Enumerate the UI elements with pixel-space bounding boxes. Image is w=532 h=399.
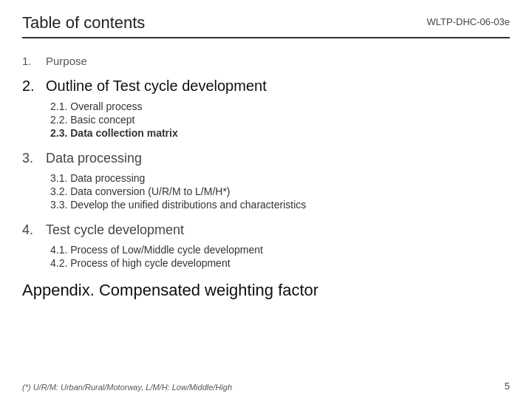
- sub-item-4-1: 4.1. Process of Low/Middle cycle develop…: [50, 244, 510, 256]
- doc-id: WLTP-DHC-06-03e: [427, 13, 510, 27]
- section-3-subitems: 3.1. Data processing 3.2. Data conversio…: [50, 172, 510, 211]
- appendix-label: Appendix.: [22, 281, 95, 299]
- sub-item-3-1: 3.1. Data processing: [50, 172, 510, 184]
- sub-item-3-2: 3.2. Data conversion (U/R/M to L/M/H*): [50, 185, 510, 197]
- sub-item-2-3: 2.3. Data collection matrix: [50, 127, 510, 139]
- section-1-label: Purpose: [46, 55, 87, 67]
- header: Table of contents WLTP-DHC-06-03e: [22, 13, 510, 38]
- appendix-text: Compensated weighting factor: [99, 281, 318, 299]
- slide-title: Table of contents: [22, 13, 145, 33]
- slide: Table of contents WLTP-DHC-06-03e 1. Pur…: [0, 0, 532, 399]
- section-1: 1. Purpose: [22, 52, 510, 67]
- section-2-label: Outline of Test cycle development: [46, 78, 267, 95]
- section-1-num: 1.: [22, 55, 38, 67]
- footer-note: (*) U/R/M: Urban/Rural/Motorway, L/M/H: …: [22, 383, 232, 392]
- section-2-subitems: 2.1. Overall process 2.2. Basic concept …: [50, 100, 510, 139]
- section-3-num: 3.: [22, 151, 38, 166]
- section-3: 3. Data processing: [22, 148, 510, 166]
- appendix: Appendix. Compensated weighting factor: [22, 281, 510, 300]
- page-number: 5: [505, 381, 510, 392]
- section-4-subitems: 4.1. Process of Low/Middle cycle develop…: [50, 244, 510, 269]
- sub-item-3-3: 3.3. Develop the unified distributions a…: [50, 199, 510, 211]
- section-4: 4. Test cycle development: [22, 219, 510, 238]
- footer: (*) U/R/M: Urban/Rural/Motorway, L/M/H: …: [0, 381, 532, 392]
- section-2-num: 2.: [22, 78, 38, 95]
- sub-item-2-2: 2.2. Basic concept: [50, 114, 510, 126]
- section-3-label: Data processing: [46, 151, 142, 166]
- sub-item-2-1: 2.1. Overall process: [50, 100, 510, 112]
- sub-item-4-2: 4.2. Process of high cycle development: [50, 257, 510, 269]
- section-2: 2. Outline of Test cycle development: [22, 75, 510, 95]
- section-4-label: Test cycle development: [46, 222, 184, 238]
- toc-content: 1. Purpose 2. Outline of Test cycle deve…: [22, 52, 510, 386]
- section-4-num: 4.: [22, 222, 38, 238]
